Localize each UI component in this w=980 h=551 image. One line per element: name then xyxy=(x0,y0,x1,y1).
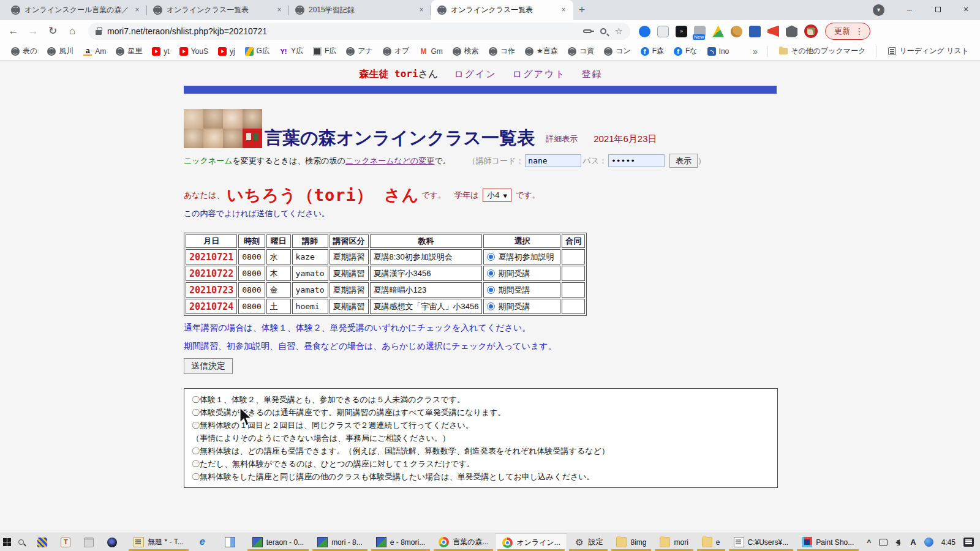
bookmark-item[interactable]: コ作 xyxy=(484,44,520,58)
extension-forward-icon[interactable]: » xyxy=(676,26,687,37)
bookmark-item[interactable]: YouS xyxy=(175,45,213,58)
bookmark-item[interactable]: Y広 xyxy=(274,44,308,58)
profile-avatar[interactable] xyxy=(804,24,818,38)
app-pinned-icon-4[interactable] xyxy=(107,538,117,547)
speaker-icon[interactable] xyxy=(895,539,900,545)
tab-close-icon[interactable]: × xyxy=(559,6,568,15)
detail-view-link[interactable]: 詳細表示 xyxy=(546,133,578,148)
taskbar-button[interactable]: teraon - 0... xyxy=(246,533,311,551)
bookmark-item[interactable]: yj xyxy=(213,45,240,58)
new-tab-button[interactable]: + xyxy=(573,2,590,19)
taskbar-button[interactable]: 無題 * - T... xyxy=(127,533,190,551)
tray-chevron-icon[interactable]: ^ xyxy=(867,538,871,547)
tab-close-icon[interactable]: × xyxy=(417,6,426,15)
bookmark-item[interactable]: G広 xyxy=(240,44,274,58)
zoom-icon[interactable] xyxy=(600,28,606,34)
maximize-button[interactable] xyxy=(924,0,952,20)
taskbar-button[interactable]: mori - 8... xyxy=(311,533,369,551)
extension-screenshot-icon[interactable]: New xyxy=(694,26,706,37)
extension-blue-icon[interactable] xyxy=(639,26,650,37)
selection-radio[interactable] xyxy=(487,269,495,277)
submit-button[interactable]: 送信決定 xyxy=(184,358,233,374)
clock[interactable]: 4:45 xyxy=(941,538,956,547)
selection-radio[interactable] xyxy=(487,286,495,294)
extension-blue-square-icon[interactable] xyxy=(749,26,761,37)
megaphone-icon[interactable] xyxy=(767,26,779,37)
bookmark-item[interactable]: コン xyxy=(599,44,636,58)
bookmark-item[interactable]: Am xyxy=(78,45,111,58)
app-pinned-icon-2[interactable] xyxy=(61,538,70,547)
bookmark-item[interactable]: F広 xyxy=(308,44,341,58)
browser-tab[interactable]: オンラインスクール言葉の森／公式ホ × xyxy=(5,0,147,20)
extensions-puzzle-icon[interactable] xyxy=(786,26,797,37)
top-nav-link[interactable]: ログイン xyxy=(454,69,496,79)
taskbar-button[interactable] xyxy=(218,533,246,551)
forward-icon[interactable]: → xyxy=(24,23,42,40)
chrome-update-button[interactable]: 更新 ⋮ xyxy=(825,23,870,40)
bookmark-item[interactable]: オブ xyxy=(378,44,415,58)
bookmark-item[interactable]: アナ xyxy=(341,44,378,58)
nickname-change-link[interactable]: ニックネームなどの変更 xyxy=(345,156,434,167)
url-text[interactable]: mori7.net/teraon/shlist.php?kjb=20210721 xyxy=(107,26,267,36)
show-button[interactable]: 表示 xyxy=(669,154,698,168)
close-window-button[interactable]: × xyxy=(952,0,980,20)
bookmark-star-icon[interactable]: ☆ xyxy=(615,26,623,37)
cookie-icon[interactable] xyxy=(731,26,742,37)
taskbar-search-button[interactable] xyxy=(15,533,28,551)
minimize-button[interactable]: – xyxy=(895,0,924,20)
taskbar-button[interactable]: e xyxy=(695,533,727,551)
browser-tab[interactable]: オンラインクラス一覧表 × xyxy=(147,0,289,20)
tab-close-icon[interactable]: × xyxy=(274,6,284,15)
bookmark-item[interactable]: Gm xyxy=(414,45,447,58)
bookmark-item[interactable]: コ資 xyxy=(563,44,599,58)
bookmark-item[interactable]: 星里 xyxy=(111,44,147,58)
browser-tab[interactable]: オンラインクラス一覧表 × xyxy=(431,0,573,20)
reload-icon[interactable]: ↻ xyxy=(44,23,61,40)
address-bar[interactable]: mori7.net/teraon/shlist.php?kjb=20210721… xyxy=(88,23,630,40)
taskbar-button[interactable]: オンライン... xyxy=(495,533,567,551)
bookmark-item[interactable]: F森 xyxy=(636,44,669,58)
start-button[interactable] xyxy=(0,533,15,551)
taskbar-button[interactable] xyxy=(190,533,218,551)
password-key-icon[interactable] xyxy=(583,29,592,33)
tab-search-icon[interactable]: ▾ xyxy=(873,4,884,16)
taskbar-button[interactable]: mori xyxy=(653,533,695,551)
notification-center-icon[interactable] xyxy=(963,538,974,547)
bookmark-item[interactable]: Fな xyxy=(669,44,703,58)
bookmark-item[interactable]: 検索 xyxy=(448,44,484,58)
lock-icon[interactable] xyxy=(96,30,102,35)
weather-orb-icon[interactable] xyxy=(924,538,933,547)
taskbar-button[interactable]: C:¥Users¥... xyxy=(727,533,796,551)
app-pinned-icon-3[interactable] xyxy=(84,538,94,547)
reading-list-button[interactable]: リーディング リスト xyxy=(883,44,974,58)
bookmark-item[interactable]: yt xyxy=(147,45,174,58)
taskbar-button[interactable]: 設定 xyxy=(567,533,609,551)
teacher-code-input[interactable] xyxy=(525,154,581,167)
app-pinned-icon-1[interactable] xyxy=(37,538,47,547)
taskbar-button[interactable]: e - 8mori... xyxy=(369,533,432,551)
home-icon[interactable]: ⌂ xyxy=(64,23,81,40)
extension-gray-icon[interactable] xyxy=(657,26,669,37)
back-icon[interactable]: ← xyxy=(5,23,22,40)
drive-icon[interactable] xyxy=(712,26,724,37)
browser-menu-icon[interactable]: ⋮ xyxy=(855,26,864,36)
taskbar-button[interactable]: 8img xyxy=(609,533,653,551)
selection-radio[interactable] xyxy=(487,302,495,310)
bookmark-item[interactable]: 表の xyxy=(6,44,42,58)
top-nav-link[interactable]: ログアウト xyxy=(513,69,566,79)
tab-close-icon[interactable]: × xyxy=(132,6,142,15)
password-input[interactable] xyxy=(608,154,665,167)
bookmarks-overflow-icon[interactable]: » xyxy=(749,47,761,56)
bookmark-item[interactable]: Ino xyxy=(703,45,734,58)
bookmark-item[interactable]: ★言森 xyxy=(520,44,563,58)
taskbar-button[interactable]: 言葉の森... xyxy=(432,533,495,551)
browser-tab[interactable]: 2015学習記録 × xyxy=(289,0,431,20)
grade-select[interactable]: 小4▾ xyxy=(483,189,511,202)
top-nav-link[interactable]: 登録 xyxy=(582,69,603,79)
tablet-mode-icon[interactable] xyxy=(879,539,888,546)
ime-indicator[interactable]: A xyxy=(910,538,916,547)
selection-radio[interactable] xyxy=(487,253,495,261)
bookmark-item[interactable]: 風川 xyxy=(42,44,78,58)
other-bookmarks-button[interactable]: その他のブックマーク xyxy=(774,44,870,58)
taskbar-button[interactable]: Paint Sho... xyxy=(795,533,861,551)
